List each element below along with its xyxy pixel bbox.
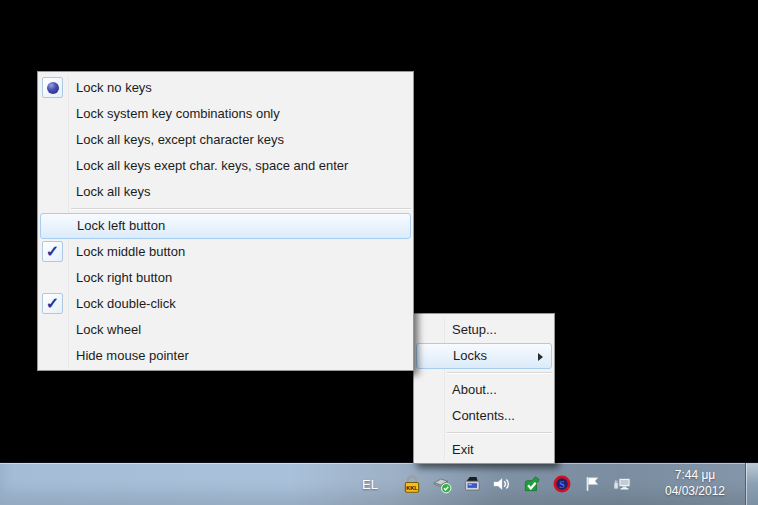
locks-submenu: Lock no keys Lock system key combination… — [37, 71, 414, 371]
red-security-badge-icon[interactable]: S — [552, 474, 572, 494]
menu-item-contents[interactable]: Contents... — [416, 403, 552, 429]
menu-item-label: Locks — [453, 348, 487, 363]
menu-item-label: Setup... — [452, 322, 497, 337]
radio-selected-icon — [42, 77, 63, 98]
menu-item-label: Lock system key combinations only — [76, 106, 280, 121]
show-desktop-button[interactable] — [745, 463, 758, 505]
desktop[interactable]: Lock no keys Lock system key combination… — [0, 0, 758, 505]
checkmark-icon: ✓ — [43, 294, 62, 313]
kkl-lock-tray-icon[interactable]: KKL — [402, 474, 422, 494]
volume-icon[interactable] — [492, 474, 512, 494]
safely-remove-hardware-icon[interactable] — [432, 474, 452, 494]
menu-item-label: Lock no keys — [76, 80, 152, 95]
menu-item-exit[interactable]: Exit — [416, 437, 552, 463]
language-indicator[interactable]: EL — [362, 477, 378, 492]
submenu-arrow-icon — [538, 353, 543, 361]
menu-item-label: Lock left button — [77, 218, 165, 233]
menu-separator — [447, 372, 552, 374]
menu-item-lock-middle-button[interactable]: ✓ Lock middle button — [40, 239, 411, 265]
menu-item-label: Exit — [452, 442, 474, 457]
network-icon[interactable] — [612, 474, 632, 494]
menu-item-lock-right-button[interactable]: Lock right button — [40, 265, 411, 291]
menu-item-about[interactable]: About... — [416, 377, 552, 403]
checkmark-box: ✓ — [42, 293, 63, 314]
action-center-flag-icon[interactable] — [582, 474, 602, 494]
menu-item-label: Lock wheel — [76, 322, 141, 337]
menu-item-label: Lock all keys, except character keys — [76, 132, 284, 147]
menu-item-label: About... — [452, 382, 497, 397]
tray-context-menu: Setup... Locks About... Contents... Exit — [413, 313, 555, 464]
device-tray-icon[interactable] — [462, 474, 482, 494]
menu-item-lock-left-button[interactable]: Lock left button — [40, 213, 411, 239]
clock-time: 7:44 μμ — [652, 468, 738, 484]
clock-date: 04/03/2012 — [652, 484, 738, 500]
menu-separator — [447, 432, 552, 434]
taskbar-clock[interactable]: 7:44 μμ 04/03/2012 — [652, 468, 738, 499]
menu-item-label: Hide mouse pointer — [76, 348, 189, 363]
menu-item-label: Lock right button — [76, 270, 172, 285]
radio-dot-icon — [47, 82, 59, 94]
checkmark-icon: ✓ — [43, 242, 62, 261]
menu-item-label: Lock all keys — [76, 184, 150, 199]
menu-item-lock-wheel[interactable]: Lock wheel — [40, 317, 411, 343]
svg-text:KKL: KKL — [406, 485, 418, 491]
menu-item-label: Contents... — [452, 408, 515, 423]
menu-item-label: Lock double-click — [76, 296, 176, 311]
checkmark-box: ✓ — [42, 241, 63, 262]
menu-item-lock-all-except-char[interactable]: Lock all keys, except character keys — [40, 127, 411, 153]
menu-item-lock-double-click[interactable]: ✓ Lock double-click — [40, 291, 411, 317]
menu-item-lock-all-keys[interactable]: Lock all keys — [40, 179, 411, 205]
menu-item-label: Lock middle button — [76, 244, 185, 259]
svg-text:S: S — [559, 479, 565, 490]
menu-item-hide-mouse-pointer[interactable]: Hide mouse pointer — [40, 343, 411, 369]
menu-item-lock-all-except-char-space-enter[interactable]: Lock all keys exept char. keys, space an… — [40, 153, 411, 179]
green-check-app-icon[interactable] — [522, 474, 542, 494]
menu-separator — [71, 208, 411, 210]
taskbar: EL KKL — [0, 462, 758, 505]
menu-item-setup[interactable]: Setup... — [416, 317, 552, 343]
menu-item-locks[interactable]: Locks — [416, 343, 552, 369]
menu-item-lock-no-keys[interactable]: Lock no keys — [40, 75, 411, 101]
menu-item-label: Lock all keys exept char. keys, space an… — [76, 158, 348, 173]
menu-item-lock-system-keys[interactable]: Lock system key combinations only — [40, 101, 411, 127]
